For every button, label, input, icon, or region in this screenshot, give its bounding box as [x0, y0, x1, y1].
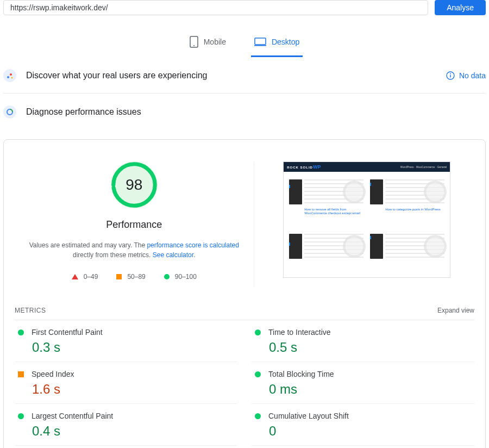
- metric-value: 0.4 s: [32, 424, 234, 439]
- device-tabs: Mobile Desktop: [3, 32, 486, 57]
- report-card: 98 Performance Values are estimated and …: [3, 139, 486, 448]
- metric-value: 0 ms: [269, 382, 471, 397]
- tab-desktop-label: Desktop: [272, 38, 299, 46]
- metric-value: 0.5 s: [269, 340, 471, 355]
- metric: First Contentful Paint0.3 s: [15, 320, 237, 362]
- metric-label: Speed Index: [32, 370, 74, 378]
- nodata-label: No data: [459, 71, 486, 80]
- legend-pass-icon: [164, 274, 170, 279]
- nodata-link[interactable]: No data: [446, 71, 486, 80]
- metric-label: Largest Contentful Paint: [32, 412, 113, 420]
- metric-status-icon: [255, 371, 261, 377]
- info-icon: [446, 71, 455, 80]
- metric-status-icon: [18, 371, 24, 377]
- expand-view[interactable]: Expand view: [437, 307, 474, 314]
- discover-icon: [3, 69, 16, 82]
- svg-point-6: [11, 77, 13, 79]
- legend-fail-icon: [72, 274, 78, 279]
- svg-point-5: [10, 73, 12, 76]
- mobile-icon: [190, 36, 198, 48]
- desktop-icon: [254, 38, 266, 46]
- tab-desktop[interactable]: Desktop: [251, 32, 303, 57]
- diagnose-icon: [3, 105, 16, 119]
- metrics-title: METRICS: [15, 307, 46, 314]
- gauge-column: 98 Performance Values are estimated and …: [15, 161, 254, 287]
- metric-value: 1.6 s: [32, 382, 234, 397]
- metric-value: 0: [269, 424, 471, 439]
- svg-rect-8: [450, 75, 450, 78]
- metric: Cumulative Layout Shift0: [252, 404, 474, 446]
- gauge-title: Performance: [27, 219, 242, 231]
- gauge-desc: Values are estimated and may vary. The p…: [27, 240, 242, 260]
- metric-label: Time to Interactive: [268, 328, 331, 337]
- discover-title: Discover what your real users are experi…: [26, 71, 207, 80]
- metric-status-icon: [18, 413, 24, 419]
- metric: Largest Contentful Paint0.4 s: [15, 404, 237, 446]
- metric-status-icon: [18, 329, 24, 335]
- metric: Time to Interactive0.5 s: [252, 320, 474, 362]
- metric-status-icon: [255, 413, 261, 419]
- analyse-button[interactable]: Analyse: [435, 0, 486, 15]
- metric-value: 0.3 s: [32, 340, 234, 355]
- tab-mobile[interactable]: Mobile: [186, 32, 229, 57]
- svg-point-1: [193, 45, 195, 46]
- gauge-ring: [111, 161, 158, 208]
- discover-section: Discover what your real users are experi…: [3, 57, 486, 94]
- diagnose-section: Diagnose performance issues: [3, 94, 486, 129]
- metrics-grid: First Contentful Paint0.3 sTime to Inter…: [15, 320, 474, 446]
- svg-rect-3: [254, 45, 266, 46]
- metric-status-icon: [255, 329, 261, 335]
- metric: Speed Index1.6 s: [15, 362, 237, 404]
- score-legend: 0–49 50–89 90–100: [27, 273, 242, 281]
- metric-label: First Contentful Paint: [32, 328, 103, 337]
- metric: Total Blocking Time0 ms: [252, 362, 474, 404]
- page-screenshot: ROCK SOLIDWP WordPress · WooCommerce · G…: [283, 161, 450, 278]
- diagnose-title: Diagnose performance issues: [26, 107, 141, 117]
- metric-label: Total Blocking Time: [268, 370, 334, 378]
- tab-mobile-label: Mobile: [204, 38, 226, 46]
- performance-gauge: 98: [111, 161, 158, 208]
- svg-point-9: [450, 73, 451, 74]
- svg-point-4: [7, 76, 9, 78]
- legend-avg-icon: [116, 274, 122, 279]
- perf-score-link[interactable]: performance score is calculated: [147, 241, 239, 249]
- metrics-header: METRICS Expand view: [15, 287, 474, 320]
- metric-label: Cumulative Layout Shift: [268, 412, 349, 420]
- svg-rect-2: [255, 38, 266, 45]
- url-input[interactable]: [3, 0, 428, 15]
- calculator-link[interactable]: See calculator: [153, 251, 193, 259]
